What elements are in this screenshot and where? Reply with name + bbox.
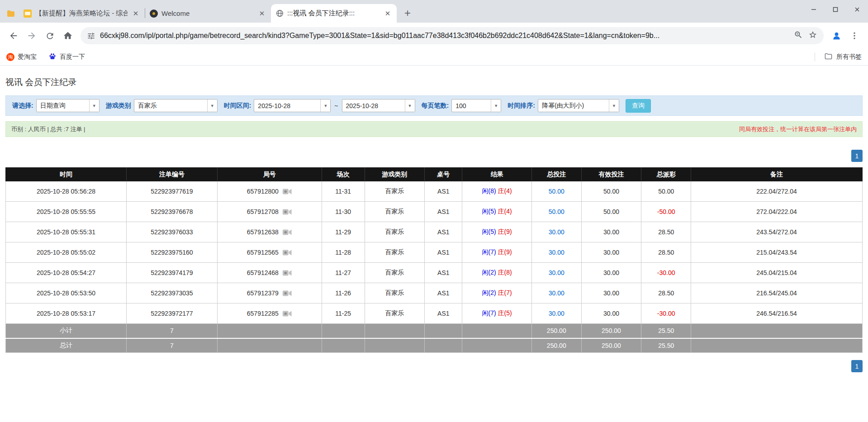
cell-game-type: 百家乐	[365, 222, 425, 242]
sort-select[interactable]: 降幂(由大到小) ▼	[538, 99, 619, 112]
video-replay-icon[interactable]	[282, 310, 292, 317]
total-bet-link[interactable]: 50.00	[549, 208, 564, 215]
video-replay-icon[interactable]	[282, 229, 292, 236]
site-info-icon[interactable]	[87, 32, 95, 40]
cell-total-bet: 30.00	[531, 222, 581, 242]
total-bet-link[interactable]: 30.00	[549, 249, 564, 256]
cell-session: 11-31	[322, 181, 365, 202]
forward-icon[interactable]	[23, 27, 41, 45]
total-bet-link[interactable]: 30.00	[549, 289, 564, 297]
table-row: 2025-10-28 05:56:28522923977619657912800…	[6, 181, 863, 202]
chevron-down-icon: ▼	[89, 100, 99, 112]
address-bar[interactable]: 66cxkj98.com/ipl/portal.php/game/betreco…	[81, 27, 824, 44]
pagination-bottom: 1	[5, 360, 863, 372]
cell-result: 闲(8) 庄(4)	[462, 181, 531, 202]
currency-summary: 币别 : 人民币 | 总共 :7 注单 |	[11, 125, 85, 133]
search-button[interactable]: 查询	[626, 99, 651, 113]
table-row: 2025-10-28 05:55:31522923976033657912638…	[6, 222, 863, 242]
bookmark-star-icon[interactable]	[808, 30, 817, 41]
cell-valid-bet: 30.00	[581, 283, 641, 303]
cell-result: 闲(5) 庄(9)	[462, 222, 531, 242]
tab-forum[interactable]: 【新提醒】海燕策略论坛 - 综合 ✕	[19, 4, 145, 23]
refresh-icon[interactable]	[41, 27, 59, 45]
total-bet-link[interactable]: 50.00	[549, 188, 564, 195]
round-number: 657912638	[247, 228, 279, 236]
col-session: 场次	[322, 168, 365, 181]
video-replay-icon[interactable]	[282, 249, 292, 256]
page-content: 视讯 会员下注纪录 请选择: 日期查询 ▼ 游戏类别 百家乐 ▼ 时间区间: 2…	[0, 66, 868, 372]
col-table-no: 桌号	[425, 168, 462, 181]
tab-title: :::视讯 会员下注纪录:::	[287, 9, 379, 18]
round-number: 657912468	[247, 269, 279, 276]
zoom-icon[interactable]	[794, 30, 803, 41]
video-replay-icon[interactable]	[282, 209, 292, 215]
taobao-icon: 淘	[6, 53, 14, 61]
cell-note: 246.54/216.54	[691, 303, 863, 324]
page-number-button[interactable]: 1	[851, 360, 863, 372]
total-bet-link[interactable]: 30.00	[549, 310, 564, 317]
cell-bet-id: 522923976033	[127, 222, 218, 242]
menu-dots-icon[interactable]	[845, 27, 863, 45]
tab-close-icon[interactable]: ✕	[383, 9, 392, 18]
result-banker: 庄(4)	[498, 187, 512, 194]
empty-cell	[425, 324, 462, 338]
bookmark-baidu[interactable]: 百度一下	[48, 52, 85, 62]
col-game-type: 游戏类别	[365, 168, 425, 181]
maximize-button[interactable]	[825, 0, 846, 19]
cell-valid-bet: 30.00	[581, 263, 641, 283]
cell-valid-bet: 50.00	[581, 202, 641, 222]
video-replay-icon[interactable]	[282, 290, 292, 297]
query-type-select[interactable]: 日期查询 ▼	[36, 99, 100, 112]
page-size-select[interactable]: 100 ▼	[451, 99, 501, 112]
pinned-tab[interactable]	[3, 5, 19, 23]
date-range-separator: ~	[334, 102, 338, 109]
back-icon[interactable]	[5, 27, 23, 45]
video-replay-icon[interactable]	[282, 270, 292, 276]
cell-table-no: AS1	[425, 283, 462, 303]
tab-welcome[interactable]: Welcome ✕	[145, 4, 271, 23]
cell-session: 11-30	[322, 202, 365, 222]
home-icon[interactable]	[59, 27, 77, 45]
total-bet-link[interactable]: 30.00	[549, 269, 564, 276]
cell-time: 2025-10-28 05:55:55	[6, 202, 127, 222]
bookmark-aitaobao[interactable]: 淘 爱淘宝	[6, 53, 37, 61]
game-type-select[interactable]: 百家乐 ▼	[134, 99, 218, 112]
result-player: 闲(5)	[482, 208, 496, 215]
url-text[interactable]: 66cxkj98.com/ipl/portal.php/game/betreco…	[100, 32, 789, 40]
filter-bar: 请选择: 日期查询 ▼ 游戏类别 百家乐 ▼ 时间区间: 2025-10-28 …	[5, 95, 863, 116]
col-total-bet: 总投注	[531, 168, 581, 181]
minimize-button[interactable]	[803, 0, 825, 19]
cell-payout: 50.00	[641, 181, 691, 202]
cell-note: 222.04/272.04	[691, 181, 863, 202]
page-number-button[interactable]: 1	[851, 150, 863, 162]
date-to-select[interactable]: 2025-10-28 ▼	[342, 99, 415, 112]
profile-avatar-icon[interactable]	[827, 27, 845, 45]
tab-bet-records[interactable]: :::视讯 会员下注纪录::: ✕	[271, 4, 397, 23]
result-player: 闲(7)	[482, 248, 496, 256]
new-tab-button[interactable]: +	[400, 6, 415, 20]
tab-close-icon[interactable]: ✕	[257, 9, 266, 18]
video-replay-icon[interactable]	[282, 188, 292, 195]
tab-close-icon[interactable]: ✕	[131, 9, 140, 18]
cell-result: 闲(2) 庄(7)	[462, 283, 531, 303]
cell-result: 闲(5) 庄(4)	[462, 202, 531, 222]
date-from-select[interactable]: 2025-10-28 ▼	[254, 99, 331, 112]
cell-time: 2025-10-28 05:53:17	[6, 303, 127, 324]
page-size-label: 每页笔数:	[422, 102, 449, 110]
cell-round-id: 657912565	[217, 242, 322, 263]
cell-total-bet: 50.00	[531, 202, 581, 222]
all-bookmarks[interactable]: 所有书签	[815, 52, 862, 62]
cell-round-id: 657912379	[217, 283, 322, 303]
total-bet-link[interactable]: 30.00	[549, 228, 564, 236]
cell-game-type: 百家乐	[365, 283, 425, 303]
empty-cell	[691, 338, 863, 353]
close-window-button[interactable]	[846, 0, 868, 19]
cell-session: 11-26	[322, 283, 365, 303]
table-row: 2025-10-28 05:55:55522923976678657912708…	[6, 202, 863, 222]
pagination-top: 1	[5, 150, 863, 162]
cell-table-no: AS1	[425, 222, 462, 242]
empty-cell	[365, 324, 425, 338]
cell-payout: 28.50	[641, 242, 691, 263]
empty-cell	[217, 324, 322, 338]
cell-table-no: AS1	[425, 263, 462, 283]
